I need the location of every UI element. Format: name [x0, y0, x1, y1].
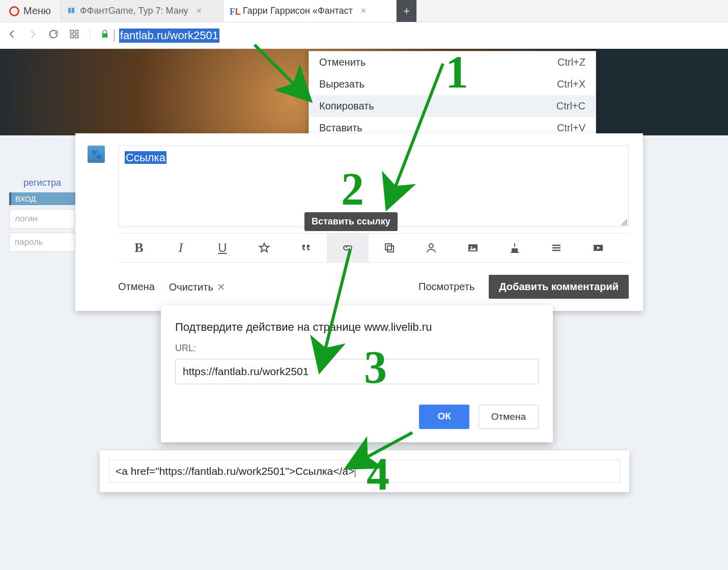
url-input[interactable]: https://fantlab.ru/work2501 [175, 359, 539, 384]
login-input[interactable]: логин [9, 209, 75, 229]
book-icon [67, 7, 76, 16]
star-button[interactable] [243, 234, 285, 262]
ctx-label: Отменить [319, 56, 366, 68]
selected-word: Ссылка [125, 151, 166, 164]
login-header: ВХОД [9, 192, 75, 205]
address-bar[interactable]: | fantlab.ru/work2501 [100, 28, 219, 43]
speed-dial-icon[interactable] [69, 29, 79, 42]
ctx-shortcut: Ctrl+V [557, 122, 585, 134]
editor-toolbar: B I U [118, 233, 629, 263]
step-1: 1 [445, 46, 468, 98]
new-tab-button[interactable]: + [397, 0, 417, 22]
close-icon[interactable]: × [357, 6, 367, 16]
nav-bar: | fantlab.ru/work2501 [0, 22, 728, 49]
result-panel: <a href="https://fantlab.ru/work2501">Сс… [100, 450, 629, 492]
svg-rect-5 [385, 244, 391, 250]
video-button[interactable] [577, 234, 619, 262]
ctx-label: Вставить [319, 122, 362, 134]
tab-2-active[interactable]: FL Гарри Гаррисон «Фантаст × [223, 0, 397, 22]
tab-title: Гарри Гаррисон «Фантаст [243, 6, 353, 16]
reload-icon[interactable] [48, 28, 59, 43]
quote-button[interactable] [285, 234, 327, 262]
ok-button[interactable]: ОК [419, 405, 469, 429]
url-label: URL: [175, 343, 539, 354]
register-link[interactable]: регистра [9, 176, 75, 192]
menu-button[interactable]: Меню [0, 0, 61, 22]
italic-button[interactable]: I [160, 234, 202, 262]
menu-label: Меню [23, 5, 51, 17]
opera-logo-icon [9, 6, 19, 16]
tab-title: ФФантGame, Тур 7: Ману [80, 6, 188, 16]
avatar: 🐾 [88, 146, 105, 163]
svg-rect-2 [71, 35, 74, 38]
copy-button[interactable] [369, 234, 410, 262]
ctx-label: Вырезать [319, 78, 365, 90]
dialog-title: Подтвердите действие на странице www.liv… [175, 321, 539, 334]
svg-rect-0 [71, 30, 74, 33]
clear-link[interactable]: Очистить ✕ [169, 281, 226, 293]
preview-link[interactable]: Посмотреть [418, 281, 474, 293]
step-4: 4 [367, 448, 389, 500]
cancel-link[interactable]: Отмена [118, 281, 155, 293]
step-3: 3 [364, 341, 387, 393]
editor-footer: Отмена Очистить ✕ Посмотреть Добавить ко… [118, 275, 629, 299]
resize-handle-icon[interactable] [620, 218, 627, 225]
tab-strip: Меню ФФантGame, Тур 7: Ману × FL Гарри Г… [0, 0, 728, 22]
dialog-buttons: ОК Отмена [175, 405, 539, 429]
image-button[interactable] [452, 234, 494, 262]
close-icon[interactable]: × [192, 6, 202, 16]
cancel-button[interactable]: Отмена [479, 405, 539, 429]
ctx-shortcut: Ctrl+Z [557, 56, 585, 68]
login-sidebar: регистра ВХОД логин пароль [9, 176, 75, 252]
lock-icon [100, 30, 109, 41]
ctx-shortcut: Ctrl+C [556, 100, 585, 112]
back-icon[interactable] [7, 29, 17, 42]
tab-1[interactable]: ФФантGame, Тур 7: Ману × [61, 0, 223, 22]
svg-rect-1 [75, 30, 78, 33]
svg-point-8 [471, 246, 472, 248]
ctx-label: Копировать [319, 100, 374, 112]
url-selected-text: fantlab.ru/work2501 [119, 28, 219, 43]
submit-button[interactable]: Добавить комментарий [489, 275, 629, 299]
text-cursor-icon [355, 466, 355, 477]
fl-favicon-icon: FL [230, 7, 239, 16]
result-textarea[interactable]: <a href="https://fantlab.ru/work2501">Сс… [109, 460, 620, 483]
svg-rect-4 [387, 246, 394, 252]
url-prompt-dialog: Подтвердите действие на странице www.liv… [161, 305, 553, 442]
user-button[interactable] [410, 234, 452, 262]
svg-rect-3 [75, 35, 78, 38]
divider [90, 28, 90, 43]
cake-button[interactable] [494, 234, 536, 262]
ctx-shortcut: Ctrl+X [557, 78, 585, 90]
result-html: <a href="https://fantlab.ru/work2501">Сс… [116, 465, 354, 477]
forward-icon [27, 29, 38, 42]
browser-window: Меню ФФантGame, Тур 7: Ману × FL Гарри Г… [0, 0, 728, 49]
svg-point-6 [429, 244, 433, 248]
underline-button[interactable]: U [202, 234, 243, 262]
password-input[interactable]: пароль [9, 233, 75, 252]
link-button[interactable] [327, 234, 369, 262]
divider: | [113, 27, 116, 43]
list-button[interactable] [536, 234, 577, 262]
close-icon: ✕ [217, 281, 226, 293]
bold-button[interactable]: B [118, 234, 160, 262]
step-2: 2 [341, 163, 364, 215]
ctx-copy[interactable]: Копировать Ctrl+C [309, 95, 596, 117]
